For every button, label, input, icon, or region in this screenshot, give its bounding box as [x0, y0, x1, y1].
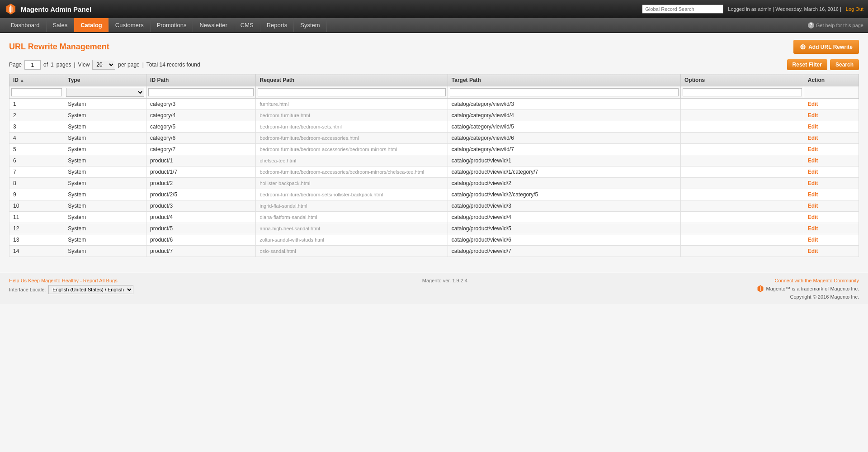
nav-dashboard[interactable]: Dashboard — [5, 18, 47, 32]
cell-id: 14 — [9, 246, 64, 257]
edit-link[interactable]: Edit — [808, 146, 818, 152]
cell-type: System — [64, 246, 146, 257]
add-url-rewrite-button[interactable]: ⊕ Add URL Rewrite — [793, 40, 859, 54]
edit-link[interactable]: Edit — [808, 248, 818, 254]
help-icon: ? — [808, 22, 814, 29]
cell-action[interactable]: Edit — [804, 200, 859, 212]
nav-newsletter[interactable]: Newsletter — [193, 18, 234, 32]
cell-request: ingrid-flat-sandal.html — [256, 200, 448, 212]
community-link[interactable]: Connect with the Magento Community — [775, 278, 859, 283]
filter-options[interactable] — [683, 88, 802, 96]
search-button[interactable]: Search — [830, 59, 859, 70]
pipe-sep: | — [74, 62, 75, 68]
cell-request: chelsea-tee.html — [256, 155, 448, 167]
nav-customers[interactable]: Customers — [109, 18, 151, 32]
per-page-label: per page — [118, 62, 139, 68]
cell-action[interactable]: Edit — [804, 167, 859, 178]
cell-type: System — [64, 155, 146, 167]
nav-reports[interactable]: Reports — [260, 18, 294, 32]
nav-sales[interactable]: Sales — [47, 18, 75, 32]
col-header-action[interactable]: Action — [804, 74, 859, 86]
col-header-target[interactable]: Target Path — [448, 74, 680, 86]
cell-id: 2 — [9, 110, 64, 121]
cell-action[interactable]: Edit — [804, 234, 859, 246]
nav-catalog[interactable]: Catalog — [74, 18, 109, 32]
cell-target: catalog/product/view/id/3 — [448, 200, 680, 212]
cell-action[interactable]: Edit — [804, 121, 859, 133]
table-row: 10 System product/3 ingrid-flat-sandal.h… — [9, 200, 859, 212]
cell-id: 3 — [9, 121, 64, 133]
cell-options — [680, 178, 804, 189]
help-bugs-link[interactable]: Help Us Keep Magento Healthy - Report Al… — [9, 278, 133, 283]
table-row: 2 System category/4 bedroom-furniture.ht… — [9, 110, 859, 121]
global-search-input[interactable] — [642, 5, 723, 14]
edit-link[interactable]: Edit — [808, 191, 818, 198]
reset-filter-button[interactable]: Reset Filter — [787, 59, 827, 70]
cell-idpath: product/5 — [146, 223, 256, 234]
logout-link[interactable]: Log Out — [846, 6, 863, 12]
cell-action[interactable]: Edit — [804, 223, 859, 234]
cell-action[interactable]: Edit — [804, 178, 859, 189]
filter-request[interactable] — [258, 88, 445, 96]
col-header-request[interactable]: Request Path — [256, 74, 448, 86]
cell-id: 11 — [9, 212, 64, 223]
cell-options — [680, 110, 804, 121]
cell-type: System — [64, 99, 146, 110]
cell-action[interactable]: Edit — [804, 99, 859, 110]
per-page-select[interactable]: 20 50 100 — [92, 60, 115, 70]
cell-action[interactable]: Edit — [804, 133, 859, 144]
table-row: 9 System product/2/5 bedroom-furniture/b… — [9, 189, 859, 200]
edit-link[interactable]: Edit — [808, 135, 818, 141]
filter-id[interactable] — [11, 88, 62, 96]
edit-link[interactable]: Edit — [808, 112, 818, 119]
of-label: of — [43, 62, 48, 68]
magento-footer-logo — [756, 285, 764, 293]
nav-promotions[interactable]: Promotions — [151, 18, 193, 32]
nav-cms[interactable]: CMS — [234, 18, 260, 32]
nav-system[interactable]: System — [294, 18, 326, 32]
edit-link[interactable]: Edit — [808, 157, 818, 164]
edit-link[interactable]: Edit — [808, 169, 818, 175]
edit-link[interactable]: Edit — [808, 203, 818, 209]
col-header-idpath[interactable]: ID Path — [146, 74, 256, 86]
locale-select[interactable]: English (United States) / English — [48, 285, 133, 294]
help-link[interactable]: ? Get help for this page — [808, 22, 863, 29]
edit-link[interactable]: Edit — [808, 214, 818, 220]
url-rewrite-table: ID Type ID Path Request Path Target Path… — [9, 74, 859, 257]
edit-link[interactable]: Edit — [808, 225, 818, 232]
col-header-id[interactable]: ID — [9, 74, 64, 86]
table-row: 12 System product/5 anna-high-heel-sanda… — [9, 223, 859, 234]
edit-link[interactable]: Edit — [808, 237, 818, 243]
cell-action[interactable]: Edit — [804, 110, 859, 121]
col-header-options[interactable]: Options — [680, 74, 804, 86]
cell-action[interactable]: Edit — [804, 189, 859, 200]
table-row: 13 System product/6 zoltan-sandal-with-s… — [9, 234, 859, 246]
table-header-row: ID Type ID Path Request Path Target Path… — [9, 74, 859, 86]
filter-target[interactable] — [450, 88, 679, 96]
trademark-text: Magento™ is a trademark of Magento Inc. — [766, 286, 859, 291]
cell-options — [680, 167, 804, 178]
cell-id: 4 — [9, 133, 64, 144]
cell-id: 13 — [9, 234, 64, 246]
cell-action[interactable]: Edit — [804, 212, 859, 223]
col-header-type[interactable]: Type — [64, 74, 146, 86]
page-label: Page — [9, 62, 22, 68]
cell-idpath: category/4 — [146, 110, 256, 121]
page-number-input[interactable] — [24, 60, 41, 70]
edit-link[interactable]: Edit — [808, 180, 818, 186]
table-row: 4 System category/6 bedroom-furniture/be… — [9, 133, 859, 144]
cell-action[interactable]: Edit — [804, 246, 859, 257]
edit-link[interactable]: Edit — [808, 101, 818, 107]
cell-action[interactable]: Edit — [804, 144, 859, 155]
cell-type: System — [64, 110, 146, 121]
filter-idpath[interactable] — [148, 88, 254, 96]
edit-link[interactable]: Edit — [808, 124, 818, 130]
total-records: Total 14 records found — [146, 62, 200, 68]
view-label: View — [78, 62, 90, 68]
cell-options — [680, 234, 804, 246]
footer: Help Us Keep Magento Healthy - Report Al… — [0, 273, 868, 304]
filter-type[interactable]: SystemCustom — [66, 88, 144, 97]
cell-action[interactable]: Edit — [804, 155, 859, 167]
cell-idpath: product/6 — [146, 234, 256, 246]
cell-idpath: category/3 — [146, 99, 256, 110]
